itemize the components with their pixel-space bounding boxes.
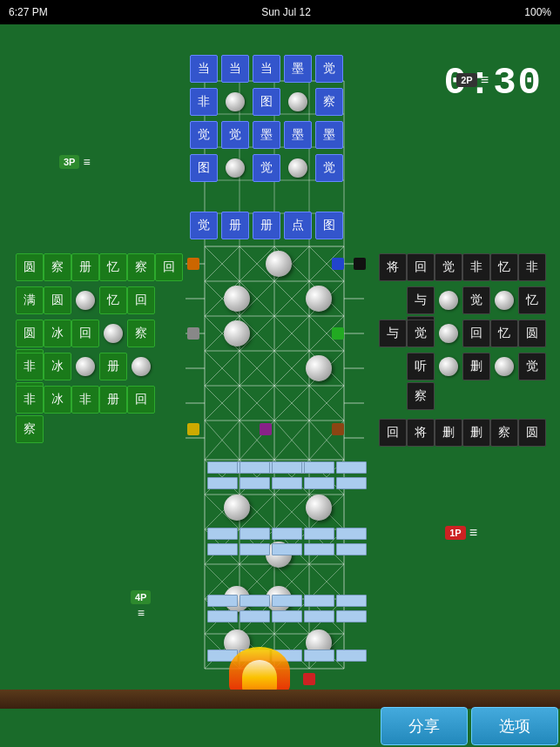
strip-tile[interactable] (304, 477, 334, 489)
strip-tile[interactable] (304, 649, 334, 662)
tile[interactable]: 非 (16, 386, 44, 414)
tile[interactable]: 回 (155, 253, 183, 281)
strip-tile[interactable] (240, 477, 270, 489)
tile[interactable]: 忆 (490, 253, 518, 281)
tile[interactable]: 冰 (44, 353, 71, 380)
tile[interactable]: 删 (435, 419, 462, 447)
node-gray[interactable] (187, 327, 199, 340)
tile[interactable]: 察 (315, 88, 343, 116)
strip-tile[interactable] (272, 477, 302, 489)
tile[interactable]: 当 (253, 55, 280, 83)
strip-tile[interactable] (304, 610, 334, 622)
tile[interactable]: 觉 (315, 55, 343, 83)
strip-tile[interactable] (304, 461, 334, 474)
tile[interactable]: 墨 (284, 55, 312, 83)
player3-menu-icon[interactable]: ≡ (83, 155, 90, 169)
strip-tile[interactable] (336, 543, 367, 555)
strip-tile[interactable] (240, 543, 270, 555)
tile[interactable]: 将 (407, 419, 435, 447)
strip-tile[interactable] (240, 461, 270, 474)
tile[interactable]: 察 (44, 253, 71, 281)
strip-tile[interactable] (336, 461, 367, 474)
tile[interactable]: 回 (462, 320, 490, 347)
tile[interactable]: 与 (407, 286, 435, 314)
strip-tile[interactable] (304, 595, 334, 607)
tile[interactable]: 删 (462, 419, 490, 447)
strip-tile[interactable] (240, 528, 270, 540)
tile[interactable]: 回 (127, 286, 155, 314)
strip-tile[interactable] (240, 610, 270, 622)
tile[interactable]: 将 (379, 253, 407, 281)
tile[interactable]: 非 (16, 353, 44, 380)
tile[interactable]: 回 (379, 419, 407, 447)
tile[interactable]: 觉 (435, 253, 462, 281)
strip-tile[interactable] (272, 610, 302, 622)
strip-tile[interactable] (336, 477, 367, 489)
tile[interactable]: 非 (71, 386, 99, 414)
strip-tile[interactable] (272, 543, 302, 555)
tile[interactable]: 察 (16, 415, 44, 443)
strip-tile[interactable] (336, 528, 367, 540)
tile[interactable]: 当 (190, 55, 218, 83)
node-brown[interactable] (332, 423, 344, 435)
tile[interactable]: 圆 (16, 320, 44, 347)
tile[interactable]: 回 (407, 253, 435, 281)
tile[interactable]: 觉 (190, 212, 218, 239)
strip-tile[interactable] (336, 595, 367, 607)
tile[interactable]: 觉 (190, 121, 218, 149)
tile[interactable]: 与 (379, 320, 407, 347)
tile[interactable]: 圆 (16, 253, 44, 281)
tile[interactable]: 册 (253, 212, 280, 239)
tile[interactable]: 觉 (253, 154, 280, 182)
tile[interactable]: 墨 (253, 121, 280, 149)
node-red-bottom[interactable] (303, 673, 315, 685)
tile[interactable]: 圆 (44, 286, 71, 314)
tile[interactable]: 觉 (221, 121, 249, 149)
tile[interactable]: 忆 (518, 286, 546, 314)
tile[interactable]: 册 (99, 353, 127, 380)
tile[interactable]: 非 (190, 88, 218, 116)
tile[interactable]: 觉 (462, 286, 490, 314)
tile[interactable]: 墨 (284, 121, 312, 149)
tile[interactable]: 察 (490, 419, 518, 447)
strip-tile[interactable] (272, 595, 302, 607)
tile[interactable]: 冰 (44, 320, 71, 347)
tile[interactable]: 忆 (99, 286, 127, 314)
strip-tile[interactable] (240, 595, 270, 607)
tile[interactable]: 忆 (490, 320, 518, 347)
tile[interactable]: 觉 (518, 353, 546, 380)
tile[interactable]: 回 (127, 386, 155, 414)
strip-tile[interactable] (304, 543, 334, 555)
strip-tile[interactable] (304, 528, 334, 540)
tile[interactable]: 册 (71, 253, 99, 281)
node-purple[interactable] (260, 423, 272, 435)
tile[interactable]: 满 (16, 286, 44, 314)
tile[interactable]: 图 (315, 212, 343, 239)
strip-tile[interactable] (207, 528, 238, 540)
node-blue[interactable] (332, 258, 344, 270)
tile[interactable]: 图 (190, 154, 218, 182)
tile[interactable]: 图 (253, 88, 280, 116)
node-yellow[interactable] (187, 423, 199, 435)
node-black[interactable] (354, 258, 366, 270)
strip-tile[interactable] (272, 528, 302, 540)
share-button[interactable]: 分享 (381, 707, 468, 745)
tile[interactable]: 墨 (315, 121, 343, 149)
tile[interactable]: 点 (284, 212, 312, 239)
tile[interactable]: 非 (462, 253, 490, 281)
tile[interactable]: 冰 (44, 386, 71, 414)
tile[interactable]: 回 (71, 320, 99, 347)
tile[interactable]: 册 (221, 212, 249, 239)
node-orange[interactable] (187, 258, 199, 270)
tile[interactable]: 圆 (518, 419, 546, 447)
tile[interactable]: 察 (127, 253, 155, 281)
strip-tile[interactable] (336, 649, 367, 662)
strip-tile[interactable] (207, 461, 238, 474)
tile[interactable]: 觉 (315, 154, 343, 182)
strip-tile[interactable] (336, 610, 367, 622)
strip-tile[interactable] (207, 595, 238, 607)
tile[interactable]: 听 (407, 353, 435, 380)
player1-menu-icon[interactable]: ≡ (469, 525, 477, 541)
tile[interactable]: 察 (127, 320, 155, 347)
node-green-2[interactable] (332, 327, 344, 340)
